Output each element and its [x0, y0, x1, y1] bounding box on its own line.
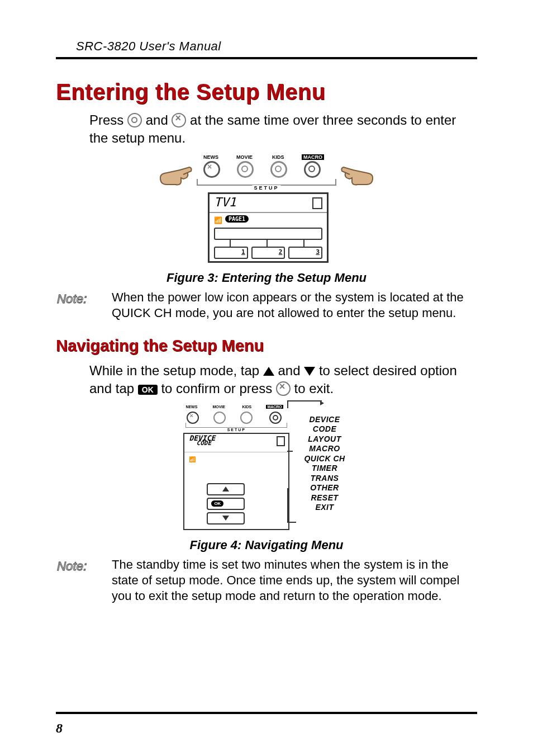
figure-4-caption: Figure 4: Navigating Menu	[56, 538, 477, 552]
nav-ok-icon: OK	[211, 500, 223, 507]
triangle-up-icon	[263, 367, 274, 376]
nav-keys: OK	[207, 483, 245, 525]
mini-signal-icon: 📶	[189, 456, 196, 462]
figure-3: NEWS MOVIE KIDS MACRO × SETUP TV1	[56, 154, 477, 265]
circle-o-icon	[127, 113, 142, 127]
page-pill: PAGE1	[225, 215, 249, 223]
btn-label-kids: KIDS	[272, 154, 284, 160]
text: to confirm or press	[161, 381, 275, 396]
hand-left-icon	[159, 162, 192, 187]
menu-reset: RESET	[304, 493, 345, 503]
softkey-area: 1 2 3	[214, 228, 322, 259]
btn-label-news: NEWS	[203, 154, 218, 160]
kids-button-icon	[270, 161, 287, 178]
note-icon: Note:	[56, 557, 112, 579]
softkey-3: 3	[316, 248, 320, 256]
nav-up-icon	[222, 486, 229, 492]
mini-movie-icon	[213, 412, 226, 424]
text: While in the setup mode, tap	[89, 363, 263, 378]
menu-other: OTHER	[304, 483, 345, 493]
footer-rule	[56, 712, 477, 714]
paragraph-enter-setup: Press and at the same time over three se…	[89, 111, 469, 148]
mini-news-icon: ×	[187, 412, 199, 424]
setup-label: SETUP	[252, 185, 280, 191]
circle-x-icon	[172, 113, 186, 127]
screen-title: TV1	[214, 195, 236, 209]
heading-entering-setup: Entering the Setup Menu	[56, 79, 477, 105]
mini-label-macro: MACRO	[266, 405, 283, 409]
movie-button-icon	[237, 161, 254, 178]
page-icon	[312, 197, 322, 209]
menu-macro: MACRO	[304, 444, 345, 454]
running-header: SRC-3820 User's Manual	[56, 39, 477, 54]
menu-trans: TRANS	[304, 474, 345, 484]
menu-device: DEVICE	[304, 415, 345, 425]
header-rule	[56, 57, 477, 59]
circle-x-icon	[276, 381, 291, 396]
svg-text:Note:: Note:	[57, 559, 87, 573]
figure-4: NEWS MOVIE KIDS MACRO × SETUP DEVICE COD…	[56, 405, 477, 532]
softkey-2: 2	[279, 248, 283, 256]
text: at the same time over three seconds to e…	[89, 112, 456, 145]
device-screen: TV1 📶 PAGE1 1 2 3	[208, 192, 329, 263]
text: and	[278, 363, 304, 378]
hand-right-icon	[341, 162, 374, 187]
mini-screen-head: DEVICE CODE	[189, 435, 215, 446]
text: to exit.	[294, 381, 334, 396]
triangle-down-icon	[304, 367, 315, 376]
paragraph-navigate: While in the setup mode, tap and to sele…	[89, 362, 469, 398]
page-number: 8	[56, 721, 63, 736]
mini-page-icon	[277, 436, 285, 446]
note-icon: Note:	[56, 290, 112, 312]
btn-label-macro: MACRO	[302, 154, 324, 160]
news-button-icon: ×	[203, 161, 220, 178]
menu-code: CODE	[304, 424, 345, 434]
note-2-text: The standby time is set two minutes when…	[112, 557, 477, 604]
note-1-text: When the power low icon appears or the s…	[112, 290, 477, 321]
mini-screen: DEVICE CODE 📶 OK	[183, 433, 289, 530]
nav-down-icon	[222, 516, 229, 521]
signal-icon: 📶	[214, 216, 222, 224]
heading-navigating-setup: Navigating the Setup Menu	[56, 337, 477, 355]
menu-layout: LAYOUT	[304, 434, 345, 445]
menu-exit: EXIT	[304, 503, 345, 513]
figure-3-caption: Figure 3: Entering the Setup Menu	[56, 271, 477, 285]
menu-list: DEVICE CODE LAYOUT MACRO QUICK CH TIMER …	[295, 405, 349, 518]
svg-text:Note:: Note:	[57, 292, 87, 306]
menu-timer: TIMER	[304, 464, 345, 474]
mini-label-kids: KIDS	[242, 405, 251, 409]
menu-quickch: QUICK CH	[304, 454, 345, 464]
mini-label-news: NEWS	[185, 405, 197, 409]
mini-macro-icon	[269, 412, 282, 424]
btn-label-movie: MOVIE	[236, 154, 253, 160]
text: Press	[89, 112, 127, 127]
ok-pill-icon: OK	[138, 385, 158, 395]
setup-bracket: SETUP	[197, 179, 336, 186]
mini-label-movie: MOVIE	[212, 405, 225, 409]
mini-setup-bracket: SETUP	[185, 423, 287, 428]
softkey-1: 1	[241, 248, 245, 256]
mini-kids-icon	[240, 412, 253, 424]
text: and	[146, 112, 172, 127]
macro-button-icon	[304, 161, 321, 178]
